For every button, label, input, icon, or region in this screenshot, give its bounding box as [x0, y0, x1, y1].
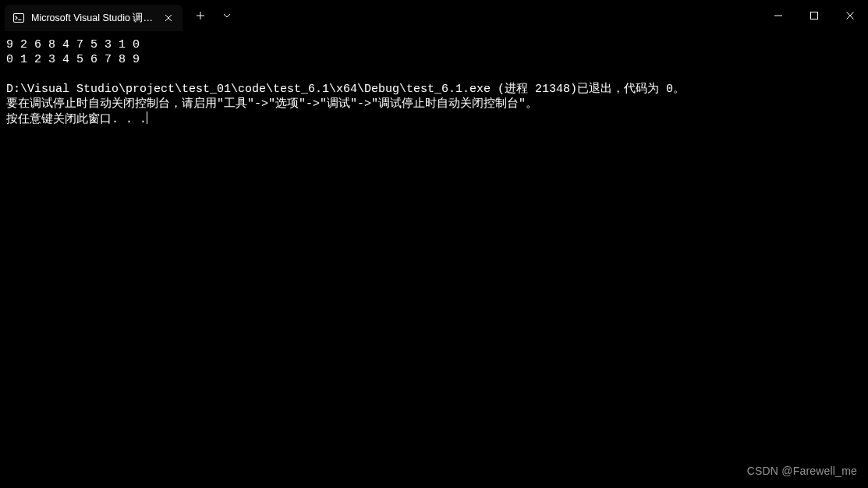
tab-close-button[interactable]	[162, 12, 175, 24]
maximize-icon	[810, 12, 818, 19]
minimize-icon	[774, 12, 782, 19]
output-line: 0 1 2 3 4 5 6 7 8 9	[6, 53, 140, 66]
output-line: 9 2 6 8 4 7 5 3 1 0	[6, 38, 140, 51]
close-window-button[interactable]	[832, 1, 868, 30]
chevron-down-icon	[223, 13, 231, 18]
tab-actions	[189, 0, 239, 31]
maximize-button[interactable]	[796, 1, 832, 30]
window-tab[interactable]: Microsoft Visual Studio 调试控制台	[5, 5, 182, 31]
tab-dropdown-button[interactable]	[215, 4, 239, 27]
minimize-button[interactable]	[760, 1, 796, 30]
window-controls	[760, 1, 868, 30]
svg-rect-7	[811, 12, 818, 19]
press-any-key-message: 按任意键关闭此窗口. . .	[6, 113, 147, 126]
hint-message: 要在调试停止时自动关闭控制台，请启用"工具"->"选项"->"调试"->"调试停…	[6, 97, 537, 111]
console-output[interactable]: 9 2 6 8 4 7 5 3 1 0 0 1 2 3 4 5 6 7 8 9 …	[0, 31, 868, 488]
svg-rect-0	[14, 14, 24, 23]
tab-title-text: Microsoft Visual Studio 调试控制台	[31, 12, 156, 25]
close-icon	[846, 12, 854, 19]
terminal-icon	[12, 12, 25, 24]
watermark-text: CSDN @Farewell_me	[747, 464, 857, 479]
close-icon	[165, 14, 172, 22]
text-cursor	[147, 111, 147, 124]
new-tab-button[interactable]	[189, 4, 212, 27]
plus-icon	[197, 12, 204, 19]
exit-message: D:\Visual Studio\project\test_01\code\te…	[6, 83, 685, 96]
title-bar: Microsoft Visual Studio 调试控制台	[0, 0, 868, 31]
